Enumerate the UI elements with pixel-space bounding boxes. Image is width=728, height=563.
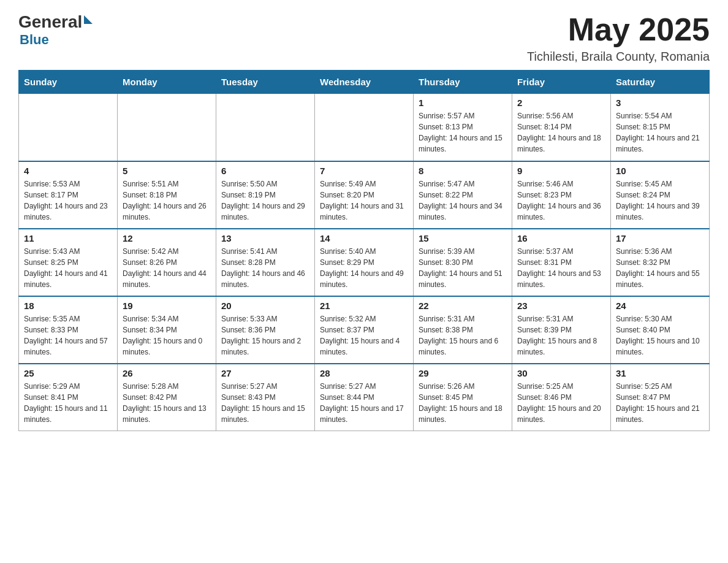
calendar-cell: 27Sunrise: 5:27 AM Sunset: 8:43 PM Dayli… [216, 364, 315, 431]
day-info: Sunrise: 5:53 AM Sunset: 8:17 PM Dayligh… [24, 178, 112, 223]
calendar-cell: 31Sunrise: 5:25 AM Sunset: 8:47 PM Dayli… [611, 364, 710, 431]
day-number: 9 [517, 166, 605, 176]
calendar-cell: 6Sunrise: 5:50 AM Sunset: 8:19 PM Daylig… [216, 161, 315, 229]
calendar-week-row: 4Sunrise: 5:53 AM Sunset: 8:17 PM Daylig… [19, 161, 710, 229]
day-info: Sunrise: 5:51 AM Sunset: 8:18 PM Dayligh… [123, 178, 211, 223]
calendar-cell: 19Sunrise: 5:34 AM Sunset: 8:34 PM Dayli… [118, 296, 216, 364]
calendar-header-tuesday: Tuesday [216, 71, 315, 94]
day-number: 24 [616, 301, 704, 311]
day-info: Sunrise: 5:36 AM Sunset: 8:32 PM Dayligh… [616, 246, 704, 290]
day-number: 17 [616, 233, 704, 243]
day-number: 10 [616, 166, 704, 176]
logo-general-text: General [18, 12, 93, 32]
calendar-cell: 16Sunrise: 5:37 AM Sunset: 8:31 PM Dayli… [512, 229, 611, 296]
day-number: 22 [419, 301, 507, 311]
day-info: Sunrise: 5:56 AM Sunset: 8:14 PM Dayligh… [517, 110, 605, 155]
calendar-cell: 25Sunrise: 5:29 AM Sunset: 8:41 PM Dayli… [19, 364, 118, 431]
calendar-week-row: 1Sunrise: 5:57 AM Sunset: 8:13 PM Daylig… [19, 94, 710, 161]
calendar-header-friday: Friday [512, 71, 611, 94]
calendar-cell: 28Sunrise: 5:27 AM Sunset: 8:44 PM Dayli… [315, 364, 414, 431]
calendar-cell: 29Sunrise: 5:26 AM Sunset: 8:45 PM Dayli… [414, 364, 512, 431]
day-number: 11 [24, 233, 112, 243]
calendar-cell: 20Sunrise: 5:33 AM Sunset: 8:36 PM Dayli… [216, 296, 315, 364]
calendar-table: SundayMondayTuesdayWednesdayThursdayFrid… [18, 70, 710, 431]
day-number: 18 [24, 301, 112, 311]
calendar-cell: 12Sunrise: 5:42 AM Sunset: 8:26 PM Dayli… [118, 229, 216, 296]
calendar-cell: 24Sunrise: 5:30 AM Sunset: 8:40 PM Dayli… [611, 296, 710, 364]
calendar-cell: 9Sunrise: 5:46 AM Sunset: 8:23 PM Daylig… [512, 161, 611, 229]
calendar-cell: 22Sunrise: 5:31 AM Sunset: 8:38 PM Dayli… [414, 296, 512, 364]
logo-general-label: General [18, 12, 82, 32]
day-number: 2 [517, 98, 605, 108]
calendar-cell: 1Sunrise: 5:57 AM Sunset: 8:13 PM Daylig… [414, 94, 512, 161]
day-info: Sunrise: 5:37 AM Sunset: 8:31 PM Dayligh… [517, 246, 605, 290]
day-info: Sunrise: 5:26 AM Sunset: 8:45 PM Dayligh… [419, 381, 507, 425]
logo: General Blue [18, 12, 93, 48]
day-number: 31 [616, 368, 704, 378]
location-title: Tichilesti, Braila County, Romania [527, 50, 710, 64]
calendar-header-sunday: Sunday [19, 71, 118, 94]
calendar-cell: 5Sunrise: 5:51 AM Sunset: 8:18 PM Daylig… [118, 161, 216, 229]
day-number: 7 [320, 166, 408, 176]
day-number: 28 [320, 368, 408, 378]
day-number: 20 [221, 301, 309, 311]
calendar-cell: 13Sunrise: 5:41 AM Sunset: 8:28 PM Dayli… [216, 229, 315, 296]
day-info: Sunrise: 5:40 AM Sunset: 8:29 PM Dayligh… [320, 246, 408, 290]
calendar-cell: 21Sunrise: 5:32 AM Sunset: 8:37 PM Dayli… [315, 296, 414, 364]
calendar-cell [19, 94, 118, 161]
day-number: 8 [419, 166, 507, 176]
day-number: 19 [123, 301, 211, 311]
calendar-cell [118, 94, 216, 161]
day-number: 25 [24, 368, 112, 378]
calendar-cell: 18Sunrise: 5:35 AM Sunset: 8:33 PM Dayli… [19, 296, 118, 364]
calendar-cell: 14Sunrise: 5:40 AM Sunset: 8:29 PM Dayli… [315, 229, 414, 296]
calendar-cell: 10Sunrise: 5:45 AM Sunset: 8:24 PM Dayli… [611, 161, 710, 229]
calendar-header-thursday: Thursday [414, 71, 512, 94]
day-number: 16 [517, 233, 605, 243]
day-number: 29 [419, 368, 507, 378]
day-info: Sunrise: 5:25 AM Sunset: 8:46 PM Dayligh… [517, 381, 605, 425]
day-number: 27 [221, 368, 309, 378]
day-info: Sunrise: 5:25 AM Sunset: 8:47 PM Dayligh… [616, 381, 704, 425]
day-info: Sunrise: 5:42 AM Sunset: 8:26 PM Dayligh… [123, 246, 211, 290]
day-number: 21 [320, 301, 408, 311]
day-number: 5 [123, 166, 211, 176]
day-info: Sunrise: 5:49 AM Sunset: 8:20 PM Dayligh… [320, 178, 408, 223]
day-info: Sunrise: 5:30 AM Sunset: 8:40 PM Dayligh… [616, 313, 704, 358]
day-info: Sunrise: 5:41 AM Sunset: 8:28 PM Dayligh… [221, 246, 309, 290]
calendar-cell: 17Sunrise: 5:36 AM Sunset: 8:32 PM Dayli… [611, 229, 710, 296]
calendar-week-row: 11Sunrise: 5:43 AM Sunset: 8:25 PM Dayli… [19, 229, 710, 296]
calendar-cell: 3Sunrise: 5:54 AM Sunset: 8:15 PM Daylig… [611, 94, 710, 161]
day-info: Sunrise: 5:31 AM Sunset: 8:38 PM Dayligh… [419, 313, 507, 358]
calendar-cell: 7Sunrise: 5:49 AM Sunset: 8:20 PM Daylig… [315, 161, 414, 229]
day-info: Sunrise: 5:35 AM Sunset: 8:33 PM Dayligh… [24, 313, 112, 358]
calendar-cell [315, 94, 414, 161]
day-info: Sunrise: 5:43 AM Sunset: 8:25 PM Dayligh… [24, 246, 112, 290]
logo-blue-label: Blue [20, 32, 49, 48]
day-info: Sunrise: 5:50 AM Sunset: 8:19 PM Dayligh… [221, 178, 309, 223]
day-number: 4 [24, 166, 112, 176]
day-number: 30 [517, 368, 605, 378]
day-number: 3 [616, 98, 704, 108]
calendar-cell [216, 94, 315, 161]
calendar-header-monday: Monday [118, 71, 216, 94]
day-info: Sunrise: 5:29 AM Sunset: 8:41 PM Dayligh… [24, 381, 112, 425]
day-info: Sunrise: 5:54 AM Sunset: 8:15 PM Dayligh… [616, 110, 704, 155]
day-number: 15 [419, 233, 507, 243]
day-info: Sunrise: 5:28 AM Sunset: 8:42 PM Dayligh… [123, 381, 211, 425]
calendar-cell: 2Sunrise: 5:56 AM Sunset: 8:14 PM Daylig… [512, 94, 611, 161]
day-info: Sunrise: 5:34 AM Sunset: 8:34 PM Dayligh… [123, 313, 211, 358]
page-header: General Blue May 2025 Tichilesti, Braila… [18, 12, 710, 64]
calendar-cell: 30Sunrise: 5:25 AM Sunset: 8:46 PM Dayli… [512, 364, 611, 431]
day-info: Sunrise: 5:47 AM Sunset: 8:22 PM Dayligh… [419, 178, 507, 223]
day-info: Sunrise: 5:39 AM Sunset: 8:30 PM Dayligh… [419, 246, 507, 290]
calendar-cell: 26Sunrise: 5:28 AM Sunset: 8:42 PM Dayli… [118, 364, 216, 431]
day-info: Sunrise: 5:33 AM Sunset: 8:36 PM Dayligh… [221, 313, 309, 358]
day-number: 13 [221, 233, 309, 243]
calendar-cell: 11Sunrise: 5:43 AM Sunset: 8:25 PM Dayli… [19, 229, 118, 296]
calendar-cell: 8Sunrise: 5:47 AM Sunset: 8:22 PM Daylig… [414, 161, 512, 229]
day-number: 6 [221, 166, 309, 176]
day-number: 26 [123, 368, 211, 378]
day-info: Sunrise: 5:32 AM Sunset: 8:37 PM Dayligh… [320, 313, 408, 358]
day-info: Sunrise: 5:57 AM Sunset: 8:13 PM Dayligh… [419, 110, 507, 155]
